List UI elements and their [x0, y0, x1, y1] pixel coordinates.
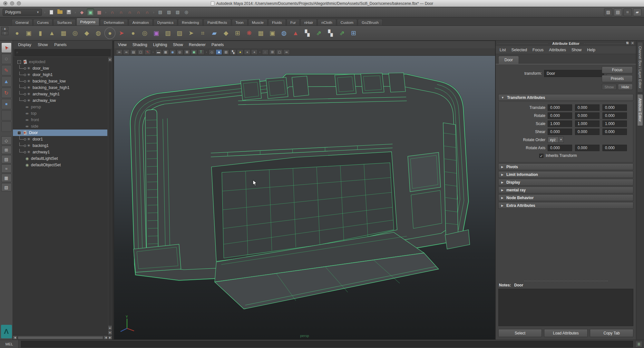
load-attributes-button[interactable]: Load Attributes: [544, 329, 588, 337]
uv-grid-icon[interactable]: [313, 27, 324, 39]
occlusion-icon[interactable]: [251, 49, 258, 55]
rotate-axis-y-field[interactable]: 0.000: [575, 145, 600, 151]
group-separator[interactable]: ›: [152, 10, 155, 14]
render-view-button[interactable]: [157, 8, 164, 16]
scroll-up-icon[interactable]: ▲: [108, 326, 112, 330]
menu-set-selector[interactable]: Polygons ▼: [3, 9, 42, 16]
rotate-z-field[interactable]: 0.000: [602, 112, 627, 119]
outliner-vertical-scrollbar[interactable]: ▲ ▲ ▼: [107, 57, 112, 335]
new-scene-button[interactable]: [48, 8, 55, 16]
scroll-right-icon[interactable]: ▶: [108, 335, 112, 340]
target-weld-icon[interactable]: [278, 27, 289, 39]
grease-pencil-icon[interactable]: [144, 49, 151, 55]
poly-plane-icon[interactable]: [58, 27, 69, 39]
collapse-icon[interactable]: [17, 60, 21, 64]
mel-command-input[interactable]: [21, 341, 633, 347]
show-button[interactable]: Show: [602, 84, 617, 90]
snap-grid-button[interactable]: ∩: [109, 8, 116, 16]
shelf-menu-corner[interactable]: ▮▽: [1, 27, 9, 41]
shelf-tab-toon[interactable]: Toon: [232, 19, 248, 25]
tree-item-persp[interactable]: persp: [13, 104, 107, 110]
poly-pyramid-icon[interactable]: [81, 27, 92, 39]
viewport-menu-view[interactable]: View: [118, 43, 127, 47]
shear-x-field[interactable]: 0.000: [548, 129, 572, 135]
snap-view-plane-button[interactable]: ∩: [143, 8, 151, 16]
safe-action-icon[interactable]: [184, 49, 190, 55]
shelf-tab-animation[interactable]: Animation: [129, 19, 153, 25]
bookmarks-icon[interactable]: [130, 49, 137, 55]
shelf-tab-rendering[interactable]: Rendering: [178, 19, 203, 25]
ae-menu-help[interactable]: Help: [587, 48, 595, 52]
tree-item-door1[interactable]: door1: [13, 136, 107, 142]
use-all-lights-icon[interactable]: [230, 49, 236, 55]
open-scene-button[interactable]: [56, 8, 64, 16]
scroll-up-icon[interactable]: ▲: [108, 57, 112, 62]
tree-item-archway-high1[interactable]: archway_high1: [13, 91, 107, 97]
section-mental-ray[interactable]: ▶ mental ray: [498, 187, 633, 193]
shelf-tab-dynamics[interactable]: Dynamics: [153, 19, 177, 25]
safe-title-icon[interactable]: [191, 49, 197, 55]
ae-menu-show[interactable]: Show: [571, 48, 581, 52]
minimize-button[interactable]: [10, 1, 14, 5]
presets-button[interactable]: Presets: [602, 75, 633, 82]
shelf-tab-painteffects[interactable]: PaintEffects: [203, 19, 231, 25]
default-light-icon[interactable]: [237, 49, 243, 55]
image-plane-icon[interactable]: [137, 49, 144, 55]
uv-checker-icon[interactable]: [302, 27, 313, 39]
scroll-thumb[interactable]: [18, 336, 103, 339]
script-editor-icon[interactable]: ≣: [635, 341, 642, 347]
shear-y-field[interactable]: 0.000: [575, 129, 600, 135]
lasso-tool-button[interactable]: [1, 54, 12, 64]
focus-button[interactable]: Focus: [602, 66, 633, 73]
section-limit-information[interactable]: ▶ Limit Information: [498, 171, 633, 178]
wireframe-on-shaded-icon[interactable]: [269, 49, 276, 55]
outliner-menu-panels[interactable]: Panels: [54, 43, 66, 47]
modeling-toolkit-toggle[interactable]: [604, 8, 612, 16]
scroll-track[interactable]: [108, 62, 112, 325]
tree-item-backing1[interactable]: backing1: [13, 142, 107, 149]
outliner-menu-show[interactable]: Show: [38, 43, 48, 47]
quad-draw-icon[interactable]: [267, 27, 278, 39]
persp-graph-outliner-layout-button[interactable]: [1, 183, 12, 191]
tree-item-top[interactable]: top: [13, 110, 107, 117]
ipr-render-button[interactable]: [174, 8, 181, 16]
section-pivots[interactable]: ▶ Pivots: [498, 163, 633, 170]
shelf-tab-polygons[interactable]: Polygons: [76, 18, 99, 25]
shelf-tab-muscle[interactable]: Muscle: [248, 19, 268, 25]
select-tool-button[interactable]: ➤: [1, 43, 12, 53]
append-polygon-icon[interactable]: [197, 27, 208, 39]
select-camera-icon[interactable]: [116, 49, 122, 55]
poly-sphere-icon[interactable]: [12, 27, 23, 39]
notes-drag-handle[interactable]: [496, 279, 636, 282]
close-icon[interactable]: ✕: [630, 41, 635, 45]
shelf-tab-gozbrush[interactable]: GoZBrush: [358, 19, 382, 25]
smooth-shade-mode-icon[interactable]: [216, 49, 222, 55]
sculpt-tool-icon[interactable]: [116, 27, 127, 39]
bridge-icon[interactable]: [174, 27, 185, 39]
section-extra-attributes[interactable]: ▶ Extra Attributes: [498, 202, 633, 209]
mirror-geometry-icon[interactable]: [255, 27, 266, 39]
shelf-tab-nhair[interactable]: nHair: [300, 19, 317, 25]
xray-icon[interactable]: [276, 49, 283, 55]
extrude-icon[interactable]: [162, 27, 173, 39]
region-icon[interactable]: [177, 49, 183, 55]
section-transform-attributes[interactable]: ▼ Transform Attributes: [498, 94, 633, 101]
resolution-gate-icon[interactable]: [162, 49, 169, 55]
poly-helix-icon[interactable]: [104, 27, 115, 39]
hypershade-persp-layout-button[interactable]: [1, 174, 12, 182]
bevel-icon[interactable]: [220, 27, 231, 39]
merge-vertex-icon[interactable]: [209, 27, 220, 39]
tree-item-door[interactable]: Door: [13, 130, 107, 136]
camera-attributes-icon[interactable]: [123, 49, 130, 55]
viewport-menu-shading[interactable]: Shading: [132, 43, 147, 47]
shadows-icon[interactable]: [244, 49, 250, 55]
shelf-tab-curves[interactable]: Curves: [33, 19, 53, 25]
attribute-editor-toggle[interactable]: [614, 8, 622, 16]
subdiv-proxy-icon[interactable]: [139, 27, 150, 39]
outliner-menu-display[interactable]: Display: [18, 43, 31, 47]
film-gate-icon[interactable]: [155, 49, 162, 55]
section-node-behavior[interactable]: ▶ Node Behavior: [498, 194, 633, 201]
poly-cone-icon[interactable]: [46, 27, 57, 39]
attribute-editor-vertical-tab[interactable]: Attribute Editor: [637, 94, 643, 126]
separate-icon[interactable]: [232, 27, 243, 39]
